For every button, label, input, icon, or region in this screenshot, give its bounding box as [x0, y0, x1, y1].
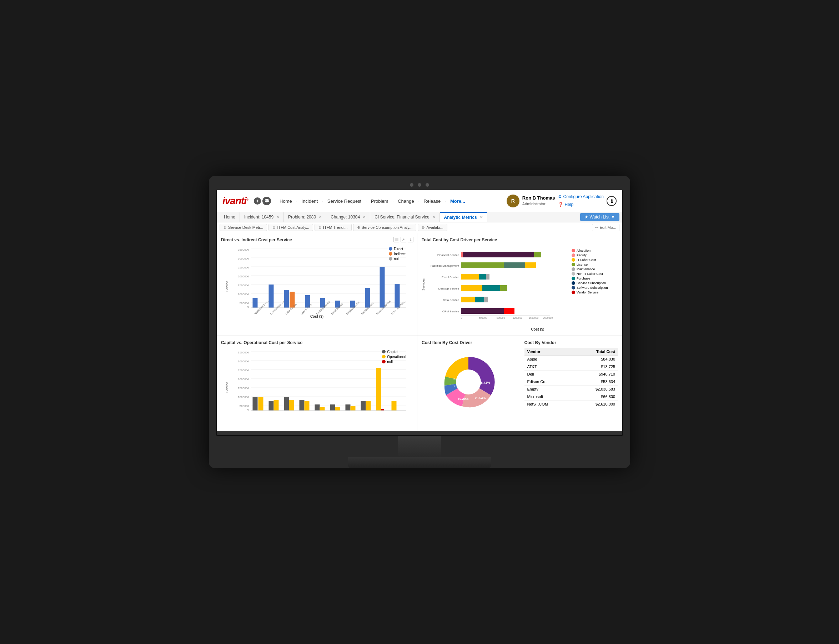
user-avatar: R	[507, 195, 519, 207]
svg-text:1600000: 1600000	[529, 317, 539, 319]
table-row[interactable]: Microsoft $66,800	[524, 393, 618, 400]
nav-incident[interactable]: Incident	[299, 197, 321, 205]
sub-tab-itfm-trend[interactable]: ⚙ ITFM Trendi...	[315, 224, 351, 231]
tab-close-change[interactable]: ✕	[363, 215, 366, 219]
svg-text:Email Service: Email Service	[442, 276, 459, 279]
tab-incident[interactable]: Incident: 10459 ✕	[240, 212, 284, 222]
total-cost-panel: Total Cost by Cost Driver per Service Se…	[417, 233, 622, 335]
svg-text:2000000: 2000000	[543, 317, 553, 319]
tab-change[interactable]: Change: 10304 ✕	[326, 212, 370, 222]
svg-rect-60	[504, 308, 514, 314]
direct-indirect-svg: 3500000 3000000 2500000 2000000 1500000 …	[225, 245, 416, 317]
chevron-down-icon: ▼	[611, 215, 615, 220]
tab-problem[interactable]: Problem: 2080 ✕	[284, 212, 326, 222]
nav-service-request[interactable]: Service Request	[325, 197, 364, 205]
svg-rect-88	[330, 404, 335, 411]
svg-rect-39	[461, 252, 463, 257]
cost-item-chart: 18.42% 39.20% 26.54% 2.76% 2.65%	[422, 348, 516, 416]
svg-rect-16	[269, 284, 274, 308]
svg-text:26.54%: 26.54%	[475, 396, 486, 400]
bottom-bar	[217, 431, 622, 435]
gear-icon: ⚙	[558, 193, 562, 201]
svg-rect-96	[305, 401, 310, 411]
subtab-icon-4: ⚙	[357, 226, 360, 230]
nav-change[interactable]: Change	[395, 197, 417, 205]
svg-rect-25	[395, 284, 400, 308]
cost-item-panel: Cost Item By Cost Driver	[417, 336, 520, 431]
svg-rect-43	[461, 262, 504, 268]
sub-tab-itfm-cost[interactable]: ⚙ ITFM Cost Analy...	[268, 224, 313, 231]
chat-icon[interactable]: 💬	[263, 197, 271, 205]
svg-text:400000: 400000	[479, 317, 487, 319]
screen: ivanti® + 💬 Home · Incident · Service Re…	[216, 190, 623, 435]
add-button[interactable]: +	[254, 197, 261, 205]
subtab-icon-2: ⚙	[273, 226, 276, 230]
svg-rect-98	[335, 407, 340, 411]
info-button[interactable]: ℹ	[607, 196, 617, 206]
header-user: R Ron B Thomas Administrator ⚙ Configure…	[507, 193, 617, 209]
user-info: Ron B Thomas Administrator	[522, 195, 555, 207]
svg-rect-51	[461, 285, 482, 291]
help-link[interactable]: ❓ Help	[558, 201, 604, 209]
sub-tab-availability[interactable]: ⚙ Availabi...	[418, 224, 447, 231]
total-cost-svg: Services Financial Service Facilities Ma…	[422, 245, 571, 320]
svg-text:2.65%: 2.65%	[453, 377, 461, 380]
nav-home[interactable]: Home	[277, 197, 295, 205]
svg-rect-57	[484, 297, 488, 302]
svg-rect-92	[392, 401, 397, 411]
svg-text:Data Service: Data Service	[443, 299, 459, 302]
info-chart-icon[interactable]: ℹ	[408, 237, 414, 242]
svg-rect-41	[534, 252, 541, 257]
table-row[interactable]: Dell $948,710	[524, 370, 618, 378]
sub-tab-service-consumption[interactable]: ⚙ Service Consumption Analy...	[353, 224, 417, 231]
monitor-stand	[216, 436, 623, 468]
nav-release[interactable]: Release	[421, 197, 444, 205]
sub-tab-bar: ⚙ Service Desk Metr... ⚙ ITFM Cost Analy…	[217, 222, 622, 233]
svg-rect-91	[376, 368, 381, 411]
svg-text:2500000: 2500000	[238, 266, 249, 269]
table-row[interactable]: Empty $2,036,583	[524, 385, 618, 393]
stand-base	[348, 457, 491, 468]
chart-controls-1: ⬜ ↗ ℹ	[394, 237, 414, 242]
tab-close-analytic[interactable]: ✕	[480, 215, 483, 219]
svg-text:1000000: 1000000	[238, 293, 249, 296]
cost-item-title: Cost Item By Cost Driver	[422, 340, 516, 345]
tab-home[interactable]: Home	[220, 212, 240, 222]
help-icon: ❓	[558, 201, 563, 209]
svg-text:2500000: 2500000	[238, 369, 249, 372]
table-row[interactable]: NetST.COM $2,610,000	[524, 400, 618, 408]
expand-icon[interactable]: ⬜	[394, 237, 399, 242]
configure-application-link[interactable]: ⚙ Configure Application	[558, 193, 604, 201]
svg-rect-24	[380, 267, 385, 308]
svg-rect-89	[346, 404, 351, 411]
nav-problem[interactable]: Problem	[368, 197, 391, 205]
export-icon[interactable]: ↗	[401, 237, 406, 242]
capital-operational-legend: Capital Operational null	[382, 350, 406, 365]
config-links: ⚙ Configure Application ❓ Help	[558, 193, 604, 209]
tab-analytic-metrics[interactable]: Analytic Metrics ✕	[440, 212, 487, 222]
tab-ci-service[interactable]: CI Service: Financial Service ✕	[370, 212, 440, 222]
svg-text:Facilities Management: Facilities Management	[430, 264, 460, 268]
subtab-icon-3: ⚙	[319, 226, 322, 230]
vendor-title: Cost By Vendor	[524, 340, 618, 345]
vendor-table-header: Vendor Total Cost	[524, 348, 618, 356]
total-cost-title: Total Cost by Cost Driver per Service	[422, 237, 618, 242]
svg-rect-83	[253, 397, 258, 411]
tab-close-ci[interactable]: ✕	[432, 215, 435, 219]
table-row[interactable]: Edison Co... $53,634	[524, 378, 618, 385]
svg-rect-59	[461, 308, 504, 314]
table-row[interactable]: Apple $84,830	[524, 355, 618, 363]
vendor-table: Vendor Total Cost Apple $84,830	[524, 348, 618, 408]
tab-close-incident[interactable]: ✕	[276, 215, 279, 219]
tab-close-problem[interactable]: ✕	[319, 215, 322, 219]
svg-text:1200000: 1200000	[513, 317, 522, 319]
svg-rect-52	[482, 285, 500, 291]
sub-tab-service-desk[interactable]: ⚙ Service Desk Metr...	[220, 224, 267, 231]
watch-list-button[interactable]: ★ Watch List ▼	[580, 213, 619, 221]
svg-text:Services: Services	[422, 278, 425, 291]
table-row[interactable]: AT&T $13,725	[524, 363, 618, 370]
app-header: ivanti® + 💬 Home · Incident · Service Re…	[217, 190, 622, 212]
nav-more[interactable]: More...	[447, 197, 468, 205]
edit-button[interactable]: ✏ Edit Mo...	[592, 224, 619, 231]
svg-text:Desktop Service: Desktop Service	[438, 287, 460, 290]
